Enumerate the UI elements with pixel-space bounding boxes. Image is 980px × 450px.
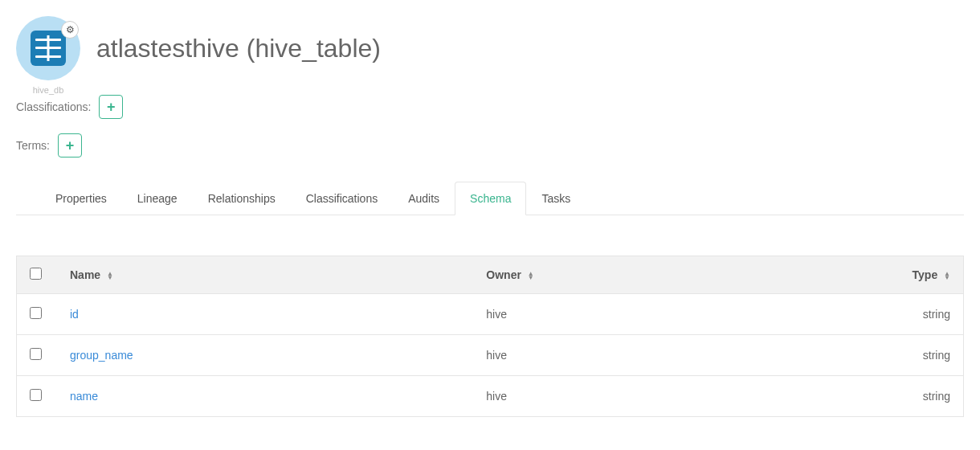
header-owner-label: Owner	[486, 268, 521, 281]
entity-header: ⚙ hive_db atlastesthive (hive_table)	[16, 16, 964, 80]
column-owner: hive	[486, 390, 507, 403]
column-owner: hive	[486, 308, 507, 321]
page-title: atlastesthive (hive_table)	[96, 34, 381, 63]
tab-relationships[interactable]: Relationships	[193, 182, 291, 215]
column-type: string	[923, 349, 950, 362]
table-row: group_name hive string	[17, 335, 963, 376]
entity-icon: ⚙ hive_db	[16, 16, 80, 80]
add-classification-button[interactable]: +	[99, 95, 123, 119]
column-name-link[interactable]: name	[70, 390, 98, 403]
sort-icon: ▲▼	[528, 272, 534, 280]
terms-row: Terms: +	[16, 133, 964, 158]
column-owner: hive	[486, 349, 507, 362]
entity-overlay-icon: ⚙	[61, 21, 79, 39]
sort-icon: ▲▼	[107, 272, 113, 280]
add-term-button[interactable]: +	[58, 133, 82, 158]
row-checkbox[interactable]	[30, 307, 42, 319]
select-all-checkbox[interactable]	[30, 268, 42, 280]
plus-icon: +	[66, 138, 75, 153]
table-row: id hive string	[17, 294, 963, 335]
column-type: string	[923, 308, 950, 321]
terms-label: Terms:	[16, 139, 50, 152]
classifications-row: Classifications: +	[16, 95, 964, 119]
tab-properties[interactable]: Properties	[40, 182, 122, 215]
tab-classifications[interactable]: Classifications	[291, 182, 393, 215]
schema-table-wrap: Name ▲▼ Owner ▲▼ Type ▲▼ id hive string	[16, 256, 964, 417]
header-type[interactable]: Type ▲▼	[833, 256, 963, 294]
entity-subtype-hint: hive_db	[33, 85, 64, 95]
column-name-link[interactable]: group_name	[70, 349, 133, 362]
column-type: string	[923, 390, 950, 403]
plus-icon: +	[107, 100, 116, 114]
tab-lineage[interactable]: Lineage	[122, 182, 193, 215]
tab-tasks[interactable]: Tasks	[526, 182, 586, 215]
header-name[interactable]: Name ▲▼	[57, 256, 473, 294]
table-row: name hive string	[17, 376, 963, 417]
hive-table-icon	[31, 31, 66, 66]
column-name-link[interactable]: id	[70, 308, 79, 321]
schema-table: Name ▲▼ Owner ▲▼ Type ▲▼ id hive string	[17, 256, 963, 416]
sort-icon: ▲▼	[944, 272, 950, 280]
header-owner[interactable]: Owner ▲▼	[473, 256, 833, 294]
header-name-label: Name	[70, 268, 100, 281]
row-checkbox[interactable]	[30, 389, 42, 401]
tab-schema[interactable]: Schema	[455, 182, 526, 215]
tab-audits[interactable]: Audits	[393, 182, 455, 215]
classifications-label: Classifications:	[16, 100, 91, 113]
header-type-label: Type	[913, 268, 938, 281]
row-checkbox[interactable]	[30, 348, 42, 360]
header-checkbox-cell	[17, 256, 57, 294]
tabs-bar: Properties Lineage Relationships Classif…	[16, 182, 964, 215]
